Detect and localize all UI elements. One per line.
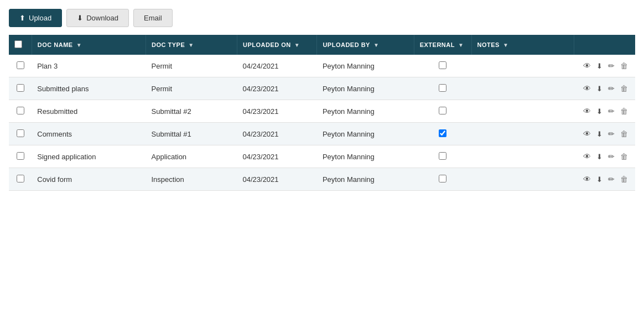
row-checkbox[interactable] [17,107,24,114]
select-all-checkbox[interactable] [14,40,22,48]
email-button[interactable]: Email [133,9,173,27]
table-header-row: DOC NAME ▼ DOC TYPE ▼ UPLOADED ON ▼ [9,35,635,55]
upload-button[interactable]: ⬆ Upload [9,9,62,27]
row-checkbox-cell[interactable] [9,77,32,100]
edit-button[interactable]: ✏ [606,106,616,117]
trash-icon: 🗑 [620,129,628,138]
trash-icon: 🗑 [620,61,628,70]
notes-filter-icon[interactable]: ▼ [503,42,508,48]
row-external-checkbox[interactable] [439,61,446,69]
row-uploaded-by: Peyton Manning [317,100,414,123]
eye-icon: 👁 [583,175,591,184]
download-icon: ⬇ [77,14,83,22]
row-external-cell[interactable] [414,145,471,168]
row-checkbox[interactable] [17,129,24,137]
view-button[interactable]: 👁 [581,128,593,139]
edit-button[interactable]: ✏ [606,151,616,162]
row-actions-cell: 👁 ⬇ ✏ 🗑 [574,55,635,77]
row-checkbox[interactable] [17,84,24,92]
row-external-cell[interactable] [414,123,471,145]
view-button[interactable]: 👁 [581,151,593,162]
row-checkbox-cell[interactable] [9,123,32,145]
row-external-checkbox[interactable] [439,84,446,92]
row-external-checkbox[interactable] [439,175,446,182]
table-row: CommentsSubmittal #104/23/2021Peyton Man… [9,123,635,145]
row-checkbox-cell[interactable] [9,100,32,123]
edit-icon: ✏ [608,152,615,161]
uploaded-by-filter-icon[interactable]: ▼ [373,42,379,48]
header-external: EXTERNAL ▼ [414,35,471,55]
delete-button[interactable]: 🗑 [619,151,630,162]
download-button[interactable]: ⬇ Download [66,9,129,27]
row-external-cell[interactable] [414,55,471,77]
download-action-icon: ⬇ [596,62,603,70]
table-row: Signed applicationApplication04/23/2021P… [9,145,635,168]
view-button[interactable]: 👁 [581,106,593,117]
row-checkbox-cell[interactable] [9,55,32,77]
row-doc-type: Permit [146,77,237,100]
header-uploaded-by: UPLOADED BY ▼ [317,35,414,55]
header-doc-type: DOC TYPE ▼ [146,35,237,55]
edit-icon: ✏ [608,84,615,93]
row-download-button[interactable]: ⬇ [595,83,604,94]
row-download-button[interactable]: ⬇ [595,60,604,71]
row-doc-type: Permit [146,55,237,77]
header-notes: NOTES ▼ [471,35,574,55]
row-external-cell[interactable] [414,77,471,100]
row-checkbox[interactable] [17,175,24,182]
edit-button[interactable]: ✏ [606,83,616,94]
row-external-cell[interactable] [414,100,471,123]
row-checkbox-cell[interactable] [9,145,32,168]
view-button[interactable]: 👁 [581,174,593,185]
row-checkbox-cell[interactable] [9,168,32,191]
row-notes [471,123,574,145]
row-doc-name: Signed application [32,145,146,168]
table-body: Plan 3Permit04/24/2021Peyton Manning 👁 ⬇… [9,55,635,191]
row-download-button[interactable]: ⬇ [595,151,604,162]
delete-button[interactable]: 🗑 [619,83,630,94]
edit-icon: ✏ [608,107,615,116]
edit-button[interactable]: ✏ [606,128,616,139]
row-external-checkbox[interactable] [439,129,446,137]
row-external-cell[interactable] [414,168,471,191]
row-actions-cell: 👁 ⬇ ✏ 🗑 [574,77,635,100]
header-doc-name: DOC NAME ▼ [32,35,146,55]
row-checkbox[interactable] [17,61,24,69]
trash-icon: 🗑 [620,175,628,184]
row-doc-type: Submittal #1 [146,123,237,145]
toolbar: ⬆ Upload ⬇ Download Email [9,9,635,27]
download-action-icon: ⬇ [596,85,603,93]
uploaded-on-filter-icon[interactable]: ▼ [294,42,300,48]
delete-button[interactable]: 🗑 [619,106,630,117]
row-doc-name: Covid form [32,168,146,191]
table-row: Plan 3Permit04/24/2021Peyton Manning 👁 ⬇… [9,55,635,77]
external-filter-icon[interactable]: ▼ [458,42,464,48]
doc-name-filter-icon[interactable]: ▼ [76,42,82,48]
row-download-button[interactable]: ⬇ [595,128,604,139]
header-uploaded-on: UPLOADED ON ▼ [237,35,317,55]
view-button[interactable]: 👁 [581,60,593,71]
header-checkbox-cell[interactable] [9,35,32,55]
row-external-checkbox[interactable] [439,107,446,114]
row-external-checkbox[interactable] [439,152,446,160]
delete-button[interactable]: 🗑 [619,60,630,71]
doc-type-filter-icon[interactable]: ▼ [188,42,194,48]
upload-icon: ⬆ [19,14,25,22]
row-doc-type: Application [146,145,237,168]
eye-icon: 👁 [583,107,591,116]
row-actions-cell: 👁 ⬇ ✏ 🗑 [574,168,635,191]
row-download-button[interactable]: ⬇ [595,106,604,117]
edit-icon: ✏ [608,129,615,138]
edit-button[interactable]: ✏ [606,60,616,71]
row-download-button[interactable]: ⬇ [595,174,604,185]
row-checkbox[interactable] [17,152,24,160]
row-uploaded-on: 04/23/2021 [237,100,317,123]
documents-table: DOC NAME ▼ DOC TYPE ▼ UPLOADED ON ▼ [9,35,635,191]
delete-button[interactable]: 🗑 [619,128,630,139]
eye-icon: 👁 [583,61,591,70]
view-button[interactable]: 👁 [581,83,593,94]
edit-button[interactable]: ✏ [606,174,616,185]
delete-button[interactable]: 🗑 [619,174,630,185]
download-action-icon: ⬇ [596,175,603,184]
row-actions-cell: 👁 ⬇ ✏ 🗑 [574,123,635,145]
